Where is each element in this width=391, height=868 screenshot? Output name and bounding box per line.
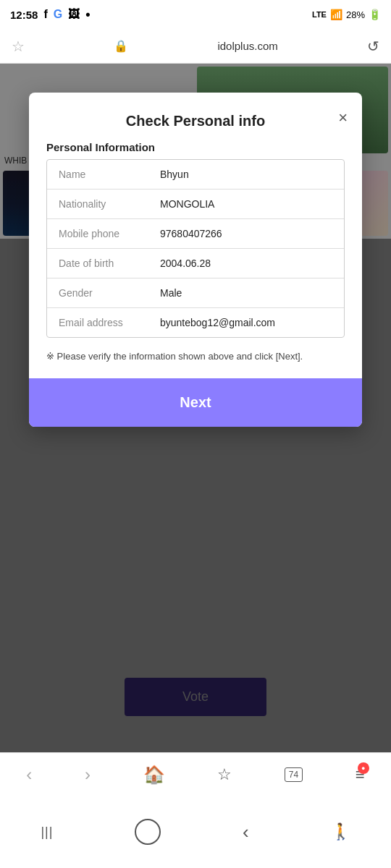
browser-bar: ☆ 🔒 idolplus.com ↺ xyxy=(0,29,391,64)
label-dob: Date of birth xyxy=(59,258,160,269)
accessibility-icon: 🚶 xyxy=(331,822,350,841)
recents-button[interactable]: ||| xyxy=(41,825,53,840)
label-email: Email address xyxy=(59,317,160,328)
dot-icon: • xyxy=(85,7,90,22)
label-mobile: Mobile phone xyxy=(59,228,160,239)
status-bar: 12:58 f G 🖼 • LTE 📶 28% 🔋 xyxy=(0,0,391,29)
gallery-icon: 🖼 xyxy=(68,8,80,21)
home-icon: 🏠 xyxy=(143,765,165,785)
value-dob: 2004.06.28 xyxy=(160,258,332,269)
info-table: Name Bhyun Nationality MONGOLIA Mobile p… xyxy=(46,159,345,338)
home-button[interactable]: 🏠 xyxy=(143,765,165,785)
signal-icon: 📶 xyxy=(330,9,342,20)
label-name: Name xyxy=(59,169,160,180)
status-time: 12:58 xyxy=(10,9,38,21)
info-row-nationality: Nationality MONGOLIA xyxy=(47,190,344,219)
status-right: LTE 📶 28% 🔋 xyxy=(312,9,381,20)
browser-bottom-nav: ‹ › 🏠 ☆ 74 ≡ ● xyxy=(0,752,391,796)
info-row-email: Email address byuntebog12@gmail.com xyxy=(47,308,344,337)
next-button[interactable]: Next xyxy=(29,378,362,427)
menu-badge: ● xyxy=(358,762,369,774)
modal-title: Check Personal info xyxy=(126,113,265,129)
status-left: 12:58 f G 🖼 • xyxy=(10,7,90,22)
info-row-name: Name Bhyun xyxy=(47,160,344,190)
forward-icon: › xyxy=(85,765,91,785)
url-display[interactable]: idolplus.com xyxy=(217,40,277,52)
modal-body: Personal Information Name Bhyun National… xyxy=(29,141,362,378)
back-icon: ‹ xyxy=(26,765,32,785)
accessibility-button[interactable]: 🚶 xyxy=(331,822,350,841)
info-row-mobile: Mobile phone 97680407266 xyxy=(47,219,344,249)
label-nationality: Nationality xyxy=(59,198,160,210)
home-circle-icon xyxy=(135,819,161,845)
google-icon: G xyxy=(54,8,62,21)
refresh-icon[interactable]: ↺ xyxy=(367,38,379,55)
section-title: Personal Information xyxy=(46,141,345,153)
value-name: Bhyun xyxy=(160,169,332,180)
personal-info-modal: Check Personal info × Personal Informati… xyxy=(29,93,362,427)
back-button[interactable]: ‹ xyxy=(26,765,32,785)
forward-button[interactable]: › xyxy=(85,765,91,785)
battery-icon: 🔋 xyxy=(369,9,381,20)
label-gender: Gender xyxy=(59,287,160,299)
value-nationality: MONGOLIA xyxy=(160,198,332,210)
tabs-button[interactable]: 74 xyxy=(285,767,303,782)
tab-count: 74 xyxy=(285,767,303,782)
star-icon[interactable]: ☆ xyxy=(12,38,25,55)
recents-icon: ||| xyxy=(41,825,53,840)
info-row-dob: Date of birth 2004.06.28 xyxy=(47,249,344,278)
notice-text: ※ Please verify the information shown ab… xyxy=(46,349,345,364)
menu-button[interactable]: ≡ ● xyxy=(356,765,365,784)
info-row-gender: Gender Male xyxy=(47,278,344,308)
modal-header: Check Personal info × xyxy=(29,93,362,141)
close-button[interactable]: × xyxy=(338,110,348,126)
value-email: byuntebog12@gmail.com xyxy=(160,317,332,328)
lock-icon: 🔒 xyxy=(114,39,128,53)
battery-text: 28% xyxy=(346,9,365,20)
value-gender: Male xyxy=(160,287,332,299)
value-mobile: 97680407266 xyxy=(160,228,332,239)
lte-icon: LTE xyxy=(312,10,327,19)
home-circle-button[interactable] xyxy=(135,819,161,845)
bookmark-button[interactable]: ☆ xyxy=(217,765,232,784)
back-arrow-icon: ‹ xyxy=(243,821,249,843)
facebook-icon: f xyxy=(43,8,47,21)
phone-bottom-nav: ||| ‹ 🚶 xyxy=(0,796,391,868)
bookmark-icon: ☆ xyxy=(217,765,232,784)
back-arrow-button[interactable]: ‹ xyxy=(243,821,249,843)
modal-overlay: Check Personal info × Personal Informati… xyxy=(0,64,391,752)
